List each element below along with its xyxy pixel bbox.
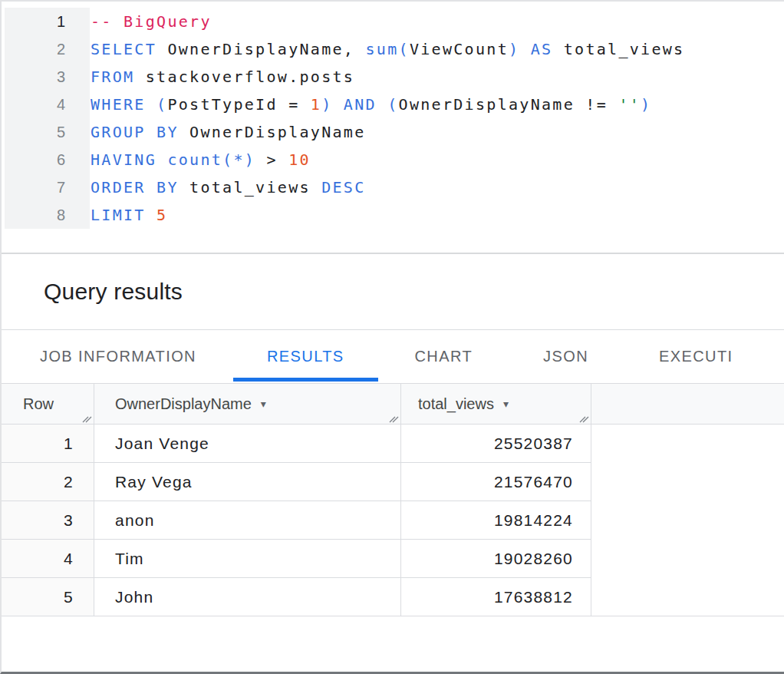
column-header-label: Row	[23, 395, 54, 413]
sql-token-kw: WHERE (	[91, 95, 167, 114]
tab-execution-details[interactable]: EXECUTI	[624, 330, 768, 383]
sql-token-cmt: -- BigQuery	[91, 12, 212, 31]
sql-token-num: 10	[288, 150, 311, 169]
results-tabbar: JOB INFORMATIONRESULTSCHARTJSONEXECUTI	[2, 330, 784, 384]
code-text: -- BigQuery	[65, 12, 212, 31]
sql-token-kw: ORDER BY	[91, 178, 179, 197]
line-number: 5	[2, 124, 65, 141]
bigquery-query-panel: 1-- BigQuery2SELECT OwnerDisplayName, su…	[0, 0, 784, 674]
sql-editor[interactable]: 1-- BigQuery2SELECT OwnerDisplayName, su…	[2, 2, 784, 253]
code-line[interactable]: 8LIMIT 5	[2, 201, 784, 229]
line-number: 7	[2, 179, 65, 197]
tab-chart[interactable]: CHART	[380, 330, 509, 383]
code-text: FROM stackoverflow.posts	[65, 68, 354, 86]
column-header-ownerdisplayname[interactable]: OwnerDisplayName▾	[94, 384, 401, 424]
code-line[interactable]: 3FROM stackoverflow.posts	[2, 63, 784, 91]
column-header-label: total_views	[418, 395, 494, 413]
owner-display-name-cell: Tim	[94, 540, 401, 578]
code-line[interactable]: 6HAVING count(*) > 10	[2, 146, 784, 173]
tab-results[interactable]: RESULTS	[232, 330, 380, 383]
code-line[interactable]: 7ORDER BY total_views DESC	[2, 173, 784, 201]
sql-token-id: PostTypeId =	[167, 95, 310, 114]
results-table: RowOwnerDisplayName▾total_views▾ 1Joan V…	[2, 384, 784, 616]
column-header-row[interactable]: Row	[2, 384, 94, 424]
table-row[interactable]: 5John17638812	[2, 578, 591, 616]
sql-token-kw: ) AND (	[321, 95, 398, 114]
query-results-title: Query results	[44, 279, 183, 305]
sql-token-kw: HAVING count(*)	[91, 150, 255, 169]
table-row[interactable]: 2Ray Vega21576470	[2, 463, 591, 501]
total-views-cell: 25520387	[401, 425, 591, 463]
table-body: 1Joan Venge255203872Ray Vega215764703ano…	[2, 425, 784, 616]
tab-json[interactable]: JSON	[508, 330, 624, 383]
sql-token-id: total_views	[552, 40, 684, 58]
table-row[interactable]: 3anon19814224	[2, 501, 591, 540]
sql-token-kw: GROUP BY	[91, 123, 179, 141]
total-views-cell: 19814224	[401, 501, 591, 540]
code-text: GROUP BY OwnerDisplayName	[65, 123, 366, 141]
row-number-cell: 5	[2, 578, 94, 616]
owner-display-name-cell: John	[94, 578, 401, 616]
sql-token-kw: FROM	[91, 68, 134, 86]
code-text: WHERE (PostTypeId = 1) AND (OwnerDisplay…	[65, 95, 651, 114]
line-number: 2	[2, 41, 65, 58]
owner-display-name-cell: anon	[94, 501, 401, 540]
dropdown-caret-icon[interactable]: ▾	[503, 398, 509, 410]
line-number: 1	[2, 13, 65, 31]
sql-token-id: OwnerDisplayName,	[156, 40, 365, 58]
sql-token-kw: )	[641, 95, 651, 114]
line-number: 3	[2, 68, 65, 86]
code-text: LIMIT 5	[65, 206, 167, 224]
table-header-row: RowOwnerDisplayName▾total_views▾	[2, 384, 784, 425]
code-line[interactable]: 4WHERE (PostTypeId = 1) AND (OwnerDispla…	[2, 91, 784, 118]
sql-code-lines: 1-- BigQuery2SELECT OwnerDisplayName, su…	[2, 8, 784, 229]
row-number-cell: 4	[2, 540, 94, 578]
total-views-cell: 21576470	[401, 463, 591, 501]
owner-display-name-cell: Joan Venge	[94, 425, 401, 463]
panel-empty-space	[2, 616, 784, 672]
sql-token-kw: SELECT	[91, 40, 156, 58]
row-number-cell: 2	[2, 463, 94, 501]
sql-token-id: total_views	[179, 178, 321, 197]
tab-job-information[interactable]: JOB INFORMATION	[5, 330, 232, 383]
column-header-total-views[interactable]: total_views▾	[401, 384, 591, 424]
sql-token-str: ''	[618, 95, 641, 114]
sql-token-num: 5	[156, 206, 167, 224]
column-header-label: OwnerDisplayName	[115, 395, 252, 413]
table-empty-area	[591, 425, 784, 616]
total-views-cell: 19028260	[401, 540, 591, 578]
sql-token-kw: LIMIT	[91, 206, 156, 224]
query-results-header: Query results	[2, 254, 784, 330]
code-line[interactable]: 1-- BigQuery	[2, 8, 784, 35]
total-views-cell: 17638812	[401, 578, 591, 616]
table-header-filler	[591, 384, 784, 424]
sql-token-id: stackoverflow.posts	[134, 68, 354, 86]
column-resize-handle-icon[interactable]	[389, 413, 399, 423]
sql-token-kw: ) AS	[509, 40, 552, 58]
row-number-cell: 3	[2, 501, 94, 540]
owner-display-name-cell: Ray Vega	[94, 463, 401, 501]
sql-token-id: OwnerDisplayName	[179, 123, 366, 141]
code-text: ORDER BY total_views DESC	[65, 178, 366, 197]
sql-token-num: 1	[311, 95, 321, 114]
table-row[interactable]: 4Tim19028260	[2, 540, 591, 578]
sql-token-id: >	[255, 150, 288, 169]
column-resize-handle-icon[interactable]	[82, 413, 92, 423]
table-rows: 1Joan Venge255203872Ray Vega215764703ano…	[2, 425, 591, 616]
code-line[interactable]: 2SELECT OwnerDisplayName, sum(ViewCount)…	[2, 35, 784, 63]
sql-token-id: ViewCount	[410, 40, 509, 58]
row-number-cell: 1	[2, 425, 94, 463]
column-resize-handle-icon[interactable]	[579, 413, 589, 423]
sql-token-kw: DESC	[321, 178, 365, 197]
code-text: HAVING count(*) > 10	[65, 150, 311, 169]
sql-token-kw: sum(	[366, 40, 410, 58]
sql-token-id: OwnerDisplayName !=	[399, 95, 619, 114]
line-number: 4	[2, 96, 65, 114]
code-line[interactable]: 5GROUP BY OwnerDisplayName	[2, 118, 784, 146]
line-number: 6	[2, 151, 65, 169]
dropdown-caret-icon[interactable]: ▾	[261, 398, 266, 410]
line-number: 8	[2, 206, 65, 224]
code-text: SELECT OwnerDisplayName, sum(ViewCount) …	[65, 40, 684, 58]
table-row[interactable]: 1Joan Venge25520387	[2, 425, 591, 463]
